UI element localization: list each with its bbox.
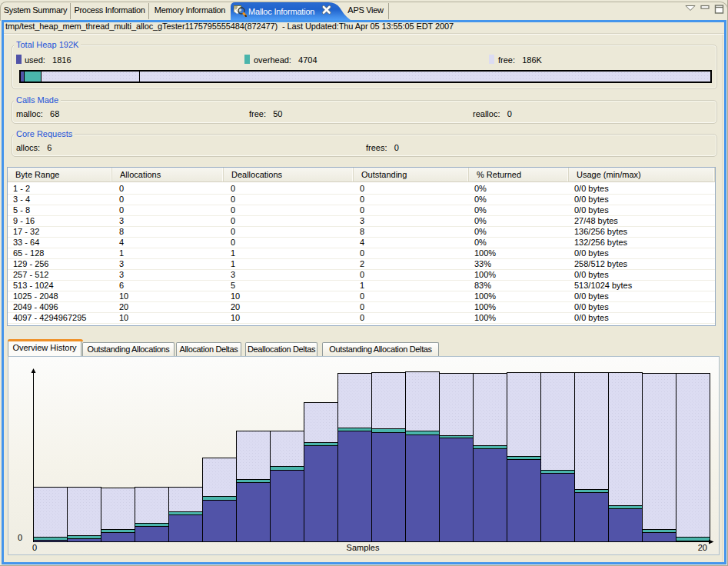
svg-text:0: 0 bbox=[18, 533, 22, 542]
svg-text:0: 0 bbox=[32, 543, 37, 552]
svg-text:20: 20 bbox=[698, 543, 707, 552]
svg-text:Samples: Samples bbox=[347, 543, 380, 552]
